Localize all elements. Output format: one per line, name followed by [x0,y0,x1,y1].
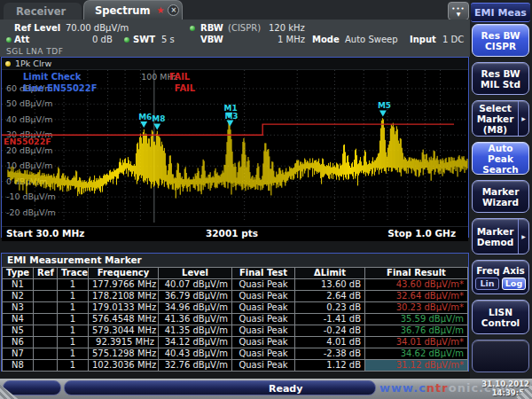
softkey-menu: EMI Meas Res BW CISPRRes BW MIL StdSelec… [470,0,532,379]
mode-label: Mode [312,35,340,44]
cell-type: N8 [3,360,34,372]
sweep-points: 32001 pts [206,228,258,239]
cell-frequency: 579.3044 MHz [89,325,159,337]
cell-trace: 1 [58,314,89,325]
tab-overflow-menu-button[interactable]: ••• ▼ [448,2,469,20]
status-ready: Ready [269,383,302,395]
cell-final_result: 43.60 dBµV/m* [365,279,468,291]
column-header: Level [159,268,232,279]
column-header: Ref [34,268,58,279]
input-value[interactable]: 1 DC [442,35,464,44]
cell-level: 34.96 dBµV/m [159,302,232,314]
stop-frequency[interactable]: Stop 1.0 GHz [387,228,456,239]
softkey-label: Auto Peak Search [473,142,528,176]
table-row[interactable]: N41576.4548 MHz41.36 dBµV/mQuasi Peak-1.… [3,314,468,325]
cell-frequency: 576.4548 MHz [89,314,159,325]
cell-final_test: Quasi Peak [232,360,295,372]
toggle-lin[interactable]: Lin [475,278,499,290]
rbw-enabled-led [190,26,195,31]
svg-text:M3: M3 [224,112,238,121]
softkey-label: Marker Demod [473,225,518,248]
vbw-label: VBW [200,35,223,44]
column-header: ΔLimit [295,268,365,279]
cell-final_result: 32.64 dBµV/m* [365,291,468,302]
table-row[interactable]: N11177.9766 MHz40.07 dBµV/mQuasi Peak13.… [3,279,468,291]
tab-spectrum-label: Spectrum [95,4,150,17]
mode-value[interactable]: Auto Sweep [345,35,398,44]
cell-final_test: Quasi Peak [232,348,295,360]
table-row[interactable]: N81102.3036 MHz32.76 dBµV/mQuasi Peak1.1… [3,360,468,372]
tab-bar: Receiver Spectrum ★ × ••• ▼ [0,0,470,20]
table-row[interactable]: N51579.3044 MHz41.35 dBµV/mQuasi Peak-0.… [3,325,468,337]
table-row[interactable]: N31179.0133 MHz34.96 dBµV/mQuasi Peak0.2… [3,302,468,314]
cell-frequency: 92.3915 MHz [89,337,159,348]
settings-header: Ref Level 70.00 dBµV/m RBW (CISPR) 120 k… [0,20,470,57]
softkey-lisn-control[interactable]: LISN Control [472,300,529,334]
modified-star-icon: ★ [156,5,164,15]
att-value[interactable]: 0 dB [92,35,113,44]
softkey-select-marker-m8-[interactable]: Select Marker (M8)▶ [472,100,529,137]
cell-type: N1 [3,279,34,291]
close-icon[interactable]: × [168,4,179,16]
cell-ref [34,348,58,360]
cell-level: 40.43 dBµV/m [159,348,232,360]
ref-level-value[interactable]: 70.00 dBµV/m [66,23,129,33]
softkey-label: Res BW MIL Std [473,67,528,90]
softkey-label: Freq Axis [476,265,525,276]
cell-trace: 1 [58,302,89,314]
softkey-blank [472,340,529,372]
svg-text:-20 dBµV/m: -20 dBµV/m [6,207,56,217]
svg-text:FAIL: FAIL [175,83,196,93]
cell-final_result: 34.01 dBµV/m* [365,337,468,348]
swt-enabled-led [124,37,129,43]
cell-level: 41.36 dBµV/m [159,314,232,325]
svg-text:-10 dBµV/m: -10 dBµV/m [6,192,56,201]
svg-text:40 dBµV/m: 40 dBµV/m [6,114,52,124]
svg-text:M8: M8 [152,114,165,123]
table-row[interactable]: N6192.3915 MHz34.12 dBµV/mQuasi Peak4.01… [3,337,468,348]
spectrum-diagram: 1Pk Clrw 60 dBµV/m50 dBµV/m40 dBµV/m30 d… [1,57,469,238]
cell-delta_limit: 0.23 dB [295,302,365,314]
table-row[interactable]: N21178.2108 MHz36.79 dBµV/mQuasi Peak2.6… [3,291,468,302]
rbw-value[interactable]: 120 kHz [269,23,305,33]
cell-final_test: Quasi Peak [232,314,295,325]
cell-level: 34.12 dBµV/m [159,337,232,348]
cell-type: N4 [3,314,34,325]
trace-indicator: 1Pk Clrw [15,59,51,68]
cell-trace: 1 [58,348,89,360]
cell-final_result: 30.23 dBµV/m* [365,302,468,314]
ref-level-label: Ref Level [14,23,60,33]
spectrum-plot[interactable]: 60 dBµV/m50 dBµV/m40 dBµV/m30 dBµV/m20 d… [2,70,468,223]
swt-value[interactable]: 5 s [161,35,175,44]
trace1-active-led [5,61,11,66]
start-frequency[interactable]: Start 30.0 MHz [6,228,84,239]
softkey-marker-wizard[interactable]: Marker Wizard [472,180,529,213]
tab-receiver-label: Receiver [16,5,66,18]
softkey-freq-axis[interactable]: Freq AxisLinLog [472,260,529,294]
softkey-marker-demod[interactable]: Marker Demod▶ [472,218,529,254]
table-header-row: TypeRefTraceFrequencyLevelFinal TestΔLim… [3,268,468,279]
cell-type: N5 [3,325,34,337]
softkey-label: Marker Wizard [473,185,528,208]
cell-final_test: Quasi Peak [232,337,295,348]
cell-ref [34,291,58,302]
statusbar-segment [3,380,61,395]
softkey-res-bw-mil-std[interactable]: Res BW MIL Std [472,62,529,95]
softkey-auto-peak-search[interactable]: Auto Peak Search [472,142,529,175]
input-label: Input [410,35,436,44]
vbw-value[interactable]: 1 MHz [278,35,305,44]
tab-receiver[interactable]: Receiver [4,3,82,20]
column-header: Final Test [232,268,295,279]
softkey-res-bw-cispr[interactable]: Res BW CISPR [472,24,529,57]
tab-spectrum[interactable]: Spectrum ★ × [83,0,183,20]
svg-text:20 dBµV/m: 20 dBµV/m [6,145,52,155]
cell-delta_limit: 13.60 dB [295,279,365,291]
trace-indicator-bar: 1Pk Clrw [2,58,468,70]
cell-ref [34,325,58,337]
cell-ref [34,337,58,348]
cell-trace: 1 [58,279,89,291]
toggle-log[interactable]: Log [502,278,526,290]
table-row[interactable]: N71575.1298 MHz40.43 dBµV/mQuasi Peak-2.… [3,348,468,360]
cell-final_test: Quasi Peak [232,302,295,314]
column-header: Final Result [365,268,468,279]
